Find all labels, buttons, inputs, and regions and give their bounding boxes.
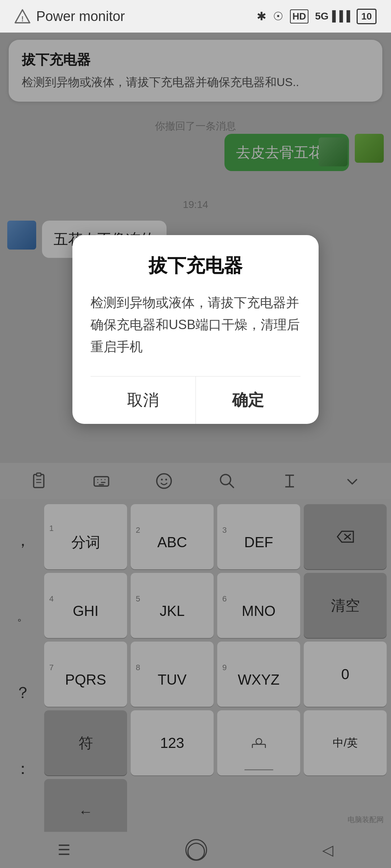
warning-icon: !: [14, 8, 30, 24]
app-title: Power monitor: [36, 9, 125, 24]
modal-content: 检测到异物或液体，请拔下充电器并确保充电器和USB端口干燥，清理后重启手机: [91, 292, 300, 358]
svg-text:!: !: [21, 15, 24, 23]
confirm-button[interactable]: 确定: [196, 376, 301, 424]
cancel-button[interactable]: 取消: [91, 376, 196, 424]
modal-title: 拔下充电器: [91, 253, 300, 278]
status-bar: ! Power monitor ✱ ☉ HD 5G▐▐▐ 10: [0, 0, 391, 33]
signal-icon: 5G▐▐▐: [315, 10, 350, 22]
modal-dialog: 拔下充电器 检测到异物或液体，请拔下充电器并确保充电器和USB端口干燥，清理后重…: [72, 235, 319, 424]
status-left: ! Power monitor: [14, 8, 125, 24]
status-right: ✱ ☉ HD 5G▐▐▐ 10: [257, 9, 377, 24]
modal-overlay: 拔下充电器 检测到异物或液体，请拔下充电器并确保充电器和USB端口干燥，清理后重…: [0, 33, 391, 868]
modal-actions: 取消 确定: [91, 376, 300, 424]
chat-background: 你撤回了一条消息 去皮去骨五花肉 19:14 五花肉不像冻的 拔下充电器 检测到…: [0, 33, 391, 868]
location-icon: ☉: [273, 9, 283, 23]
battery-indicator: 10: [357, 9, 377, 24]
hd-badge: HD: [290, 9, 309, 24]
bluetooth-icon: ✱: [257, 9, 266, 23]
